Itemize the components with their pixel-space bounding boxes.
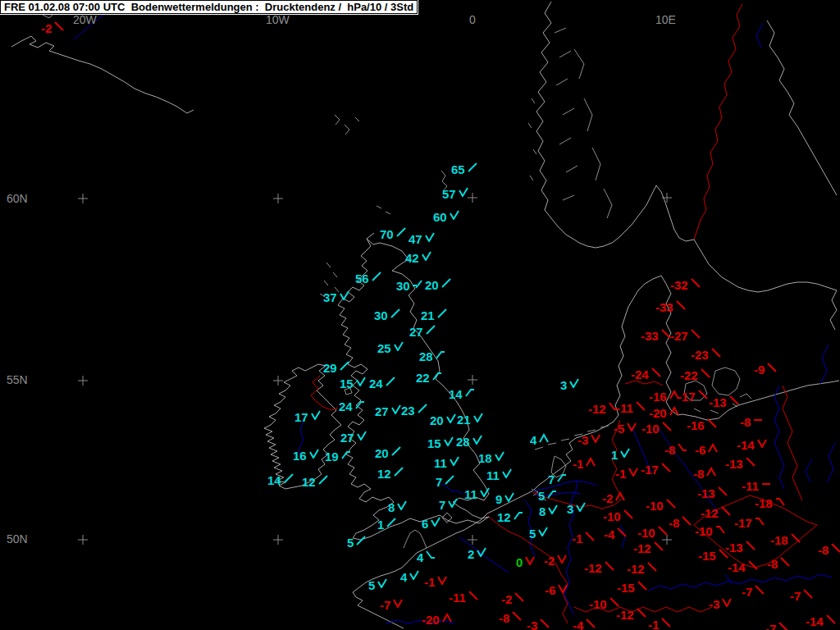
- tendency-symbol-icon: [585, 532, 595, 541]
- tendency-value: -8: [767, 558, 778, 570]
- station-report: 11: [486, 469, 512, 482]
- station-report: 4: [530, 434, 549, 446]
- station-report: 30: [396, 280, 422, 292]
- tendency-symbol-icon: [459, 187, 468, 197]
- tendency-value: -1: [424, 576, 435, 588]
- tendency-value: -13: [725, 458, 743, 470]
- tendency-symbol-icon: [586, 619, 596, 628]
- tendency-symbol-icon: [436, 349, 445, 359]
- station-report: -10: [603, 510, 633, 523]
- tendency-value: -12: [627, 563, 645, 575]
- tendency-value: 11: [434, 457, 447, 469]
- border-germany-poland: [783, 386, 802, 500]
- station-report: -2: [602, 492, 625, 504]
- station-report: 20: [375, 447, 401, 459]
- tendency-symbol-icon: [706, 467, 716, 477]
- station-report: -8: [499, 612, 522, 624]
- tendency-value: -20: [649, 407, 667, 419]
- station-report: -3: [578, 434, 600, 446]
- station-report: -7: [742, 586, 765, 598]
- tendency-symbol-icon: [637, 581, 647, 591]
- tendency-value: -8: [499, 612, 509, 624]
- tendency-symbol-icon: [311, 410, 321, 420]
- tendency-symbol-icon: [729, 395, 739, 405]
- tendency-symbol-icon: [591, 433, 600, 443]
- tendency-symbol-icon: [442, 613, 452, 623]
- station-report: -8: [767, 558, 790, 570]
- tendency-value: 5: [538, 490, 545, 502]
- tendency-value: 47: [409, 233, 422, 245]
- tendency-symbol-icon: [831, 543, 840, 553]
- station-report: 19: [325, 450, 351, 463]
- tendency-symbol-icon: [576, 502, 586, 512]
- tendency-symbol-icon: [425, 232, 435, 242]
- station-report: 25: [377, 342, 404, 354]
- station-report: 5: [538, 490, 557, 502]
- tendency-symbol-icon: [615, 491, 625, 501]
- station-report: -1: [573, 458, 596, 470]
- tendency-value: -20: [422, 614, 440, 626]
- tendency-symbol-icon: [377, 578, 387, 588]
- tendency-value: -33: [641, 330, 659, 342]
- tendency-symbol-icon: [426, 550, 436, 560]
- tendency-value: 4: [417, 551, 423, 564]
- hebrides: [333, 272, 337, 277]
- station-report: 57: [442, 188, 468, 200]
- tendency-value: -5: [614, 422, 624, 435]
- tendency-symbol-icon: [678, 443, 687, 453]
- station-report: -13: [709, 396, 739, 409]
- tendency-value: -18: [770, 534, 788, 546]
- tendency-value: 7: [439, 499, 445, 511]
- tendency-value: -6: [545, 584, 555, 596]
- tendency-symbol-icon: [711, 348, 721, 358]
- tendency-symbol-icon: [539, 433, 549, 443]
- fjord: [555, 28, 566, 33]
- station-report: -9: [754, 363, 777, 376]
- tendency-value: 56: [355, 272, 369, 285]
- graticule-crosses: [78, 193, 672, 545]
- tendency-value: -16: [687, 419, 705, 431]
- fjord: [584, 98, 592, 131]
- tendency-symbol-icon: [472, 435, 482, 445]
- station-report: 21: [421, 309, 447, 322]
- river-east-3: [806, 459, 812, 482]
- tendency-symbol-icon: [431, 517, 441, 527]
- station-report: 6: [422, 518, 441, 530]
- station-report: -8: [818, 544, 840, 556]
- tendency-value: -24: [631, 368, 649, 381]
- station-report: -7: [765, 623, 788, 630]
- tendency-symbol-icon: [651, 368, 661, 377]
- station-report: -7: [380, 599, 403, 611]
- station-report: -10: [637, 527, 668, 539]
- coastline-iceland: [11, 36, 194, 113]
- tendency-symbol-icon: [609, 597, 619, 607]
- tendency-value: -10: [646, 500, 664, 512]
- tendency-value: 14: [267, 474, 281, 486]
- tendency-symbol-icon: [441, 278, 451, 288]
- tendency-symbol-icon: [514, 592, 524, 602]
- tendency-value: 14: [449, 388, 463, 400]
- river-sweden: [756, 23, 763, 48]
- tendency-value: -12: [584, 562, 602, 574]
- station-report: 23: [401, 404, 427, 417]
- tendency-value: 11: [464, 488, 477, 500]
- title-bar: FRE 01.02.08 07:00 UTC Bodenwettermeldun…: [0, 0, 418, 14]
- grid-cross-icon: [662, 193, 672, 203]
- tendency-value: 70: [380, 228, 394, 240]
- tendency-symbol-icon: [757, 438, 767, 448]
- grid-cross-icon: [78, 376, 88, 386]
- tendency-value: 25: [377, 342, 391, 354]
- station-report: 7: [548, 473, 567, 486]
- station-report: -14: [737, 439, 767, 451]
- tendency-value: -8: [693, 468, 704, 480]
- station-report: 29: [323, 362, 349, 374]
- tendency-value: -15: [617, 582, 635, 594]
- tendency-symbol-icon: [356, 377, 366, 386]
- tendency-value: -12: [588, 403, 606, 415]
- tendency-value: -10: [641, 422, 660, 435]
- tendency-value: -22: [680, 369, 698, 381]
- coastline-faroes-3: [355, 117, 359, 121]
- station-report: -17: [734, 517, 765, 529]
- tendency-value: 1: [611, 449, 618, 461]
- station-report: 5: [347, 536, 366, 549]
